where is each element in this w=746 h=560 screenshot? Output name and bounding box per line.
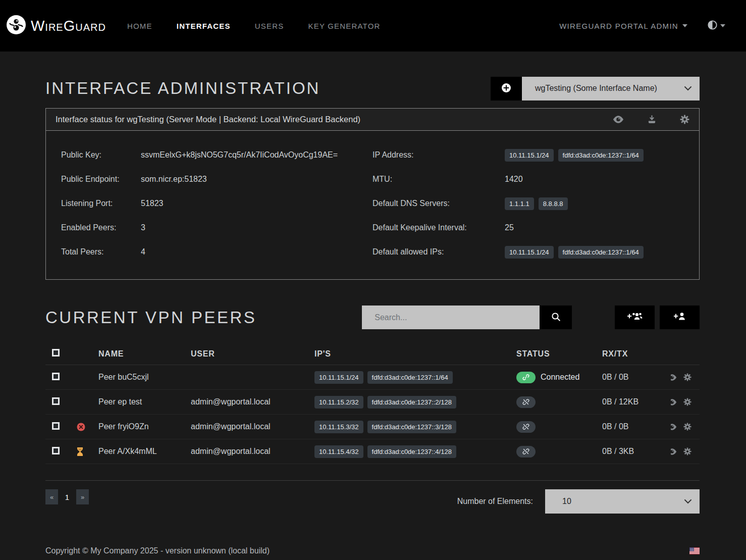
- field-value: som.nicr.ep:51823: [141, 175, 207, 184]
- value-badge: 8.8.8.8: [539, 197, 568, 210]
- peer-settings-gear-icon[interactable]: [683, 423, 691, 431]
- search-icon: [551, 312, 561, 323]
- value-badge: fdfd:d3ad:c0de:1237::1/64: [558, 246, 644, 259]
- peer-rxtx: 0B / 3KB: [602, 447, 671, 456]
- download-config-icon[interactable]: [648, 115, 656, 124]
- field-value: 3: [141, 223, 145, 232]
- status-card-title: Interface status for wgTesting (Server M…: [56, 115, 360, 124]
- page-size-select[interactable]: 10: [545, 489, 700, 514]
- user-menu-label: WIREGUARD PORTAL ADMIN: [559, 22, 678, 30]
- peer-user: admin@wgportal.local: [191, 447, 314, 456]
- field-label: IP Address:: [372, 150, 505, 160]
- field-value: 51823: [141, 199, 164, 208]
- gear-icon[interactable]: [680, 115, 689, 124]
- peer-ipv6-badge: fdfd:d3ad:c0de:1237::2/128: [367, 396, 456, 409]
- interface-select[interactable]: wgTesting (Some Interface Name): [522, 77, 700, 100]
- value-badge: 1.1.1.1: [505, 197, 534, 210]
- row-checkbox[interactable]: [52, 373, 60, 380]
- peers-table-body: Peer buC5cxjl 10.11.15.1/24 fdfd:d3ad:c0…: [45, 365, 700, 464]
- peer-user: admin@wgportal.local: [191, 422, 314, 431]
- peer-user: admin@wgportal.local: [191, 397, 314, 406]
- field-badges: 1.1.1.18.8.8.8: [505, 197, 568, 210]
- status-disconnected-pill: [516, 421, 536, 433]
- current-page[interactable]: 1: [62, 489, 73, 504]
- row-checkbox[interactable]: [52, 447, 60, 454]
- field-label: Default Keepalive Interval:: [372, 223, 505, 232]
- status-fields-left: Public Key:ssvmEelxG+k8jsNO5G7cq5r/Ak7Ii…: [61, 143, 372, 264]
- peer-name: Peer A/Xk4mML: [98, 447, 191, 456]
- peer-ipv6-badge: fdfd:d3ad:c0de:1237::4/128: [367, 445, 456, 458]
- caret-down-icon: [682, 24, 687, 27]
- footer: Copyright © My Company 2025 - version un…: [0, 538, 746, 560]
- nav-item-key-generator[interactable]: KEY GENERATOR: [308, 22, 380, 30]
- pagination: « 1 »: [45, 489, 89, 504]
- nav-item-users[interactable]: USERS: [255, 22, 284, 30]
- peer-ipv6-badge: fdfd:d3ad:c0de:1237::3/128: [367, 421, 456, 433]
- table-row: Peer ep test admin@wgportal.local 10.11.…: [45, 390, 700, 415]
- interface-status-card: Interface status for wgTesting (Server M…: [45, 108, 700, 280]
- brand-text: WireGuard: [31, 18, 106, 34]
- add-user-icon: [674, 312, 686, 323]
- nav-item-home[interactable]: HOME: [127, 22, 152, 30]
- row-checkbox[interactable]: [52, 397, 60, 405]
- value-badge: fdfd:d3ad:c0de:1237::1/64: [558, 149, 644, 162]
- peers-table: NAME USER IP'S STATUS RX/TX: [45, 343, 700, 481]
- row-checkbox[interactable]: [52, 422, 60, 430]
- field-label: Enabled Peers:: [61, 223, 141, 232]
- table-row: Peer fryiO9Zn admin@wgportal.local 10.11…: [45, 415, 700, 439]
- nav-item-interfaces[interactable]: INTERFACES: [177, 22, 231, 30]
- field-value: 1420: [505, 175, 523, 184]
- field-label: MTU:: [372, 175, 505, 184]
- field-label: Public Endpoint:: [61, 175, 141, 184]
- field-label: Default DNS Servers:: [372, 199, 505, 208]
- peer-settings-gear-icon[interactable]: [683, 447, 691, 455]
- column-header-rxtx: RX/TX: [602, 349, 671, 359]
- interface-select-value: wgTesting (Some Interface Name): [535, 84, 657, 93]
- peers-title: CURRENT VPN PEERS: [45, 308, 256, 327]
- column-header-status: STATUS: [516, 349, 602, 359]
- add-peer-button[interactable]: [660, 306, 700, 329]
- user-menu-dropdown[interactable]: WIREGUARD PORTAL ADMIN: [559, 22, 687, 30]
- search-button[interactable]: [540, 306, 572, 329]
- field-badges: 10.11.15.1/24fdfd:d3ad:c0de:1237::1/64: [505, 149, 644, 162]
- field-label: Total Peers:: [61, 247, 141, 257]
- us-flag-language-icon[interactable]: [689, 547, 700, 554]
- chevron-down-icon: [684, 84, 691, 93]
- plus-circle-icon: [501, 83, 511, 94]
- page-size-value: 10: [562, 497, 571, 506]
- page-size-label: Number of Elements:: [457, 497, 533, 506]
- search-input[interactable]: [362, 306, 540, 329]
- status-disconnected-pill: [516, 446, 536, 457]
- add-users-icon: [627, 312, 643, 323]
- nav-links: HOMEINTERFACESUSERSKEY GENERATOR: [127, 22, 381, 30]
- eye-icon[interactable]: [613, 116, 624, 123]
- peer-view-eye-icon[interactable]: [671, 399, 677, 405]
- peer-settings-gear-icon[interactable]: [683, 398, 691, 406]
- field-value: 4: [141, 247, 145, 257]
- peer-view-eye-icon[interactable]: [671, 424, 677, 430]
- column-header-user: USER: [191, 349, 314, 359]
- chevron-down-icon: [684, 497, 691, 506]
- peer-view-eye-icon[interactable]: [671, 374, 677, 381]
- peer-rxtx: 0B / 0B: [602, 422, 671, 431]
- status-disconnected-pill: [516, 396, 536, 408]
- add-multiple-peers-button[interactable]: [615, 306, 655, 329]
- caret-down-icon: [720, 24, 725, 27]
- select-all-checkbox[interactable]: [52, 349, 60, 357]
- peer-name: Peer fryiO9Zn: [98, 422, 191, 431]
- brand-link[interactable]: WireGuard: [6, 15, 106, 37]
- status-label: Connected: [541, 373, 579, 382]
- add-interface-button[interactable]: [491, 77, 522, 100]
- peer-view-eye-icon[interactable]: [671, 448, 677, 455]
- value-badge: 10.11.15.1/24: [505, 246, 554, 259]
- status-connected-pill: [516, 372, 536, 383]
- peer-rxtx: 0B / 0B: [602, 373, 671, 382]
- peer-settings-gear-icon[interactable]: [683, 373, 691, 381]
- peer-name: Peer ep test: [98, 397, 191, 406]
- theme-toggle-dropdown[interactable]: [708, 20, 725, 32]
- next-page-button[interactable]: »: [76, 489, 89, 504]
- peer-ipv6-badge: fdfd:d3ad:c0de:1237::1/64: [367, 371, 453, 384]
- prev-page-button[interactable]: «: [45, 489, 58, 504]
- field-badges: 10.11.15.1/24fdfd:d3ad:c0de:1237::1/64: [505, 246, 644, 259]
- peer-expiring-hourglass-icon: [77, 447, 98, 456]
